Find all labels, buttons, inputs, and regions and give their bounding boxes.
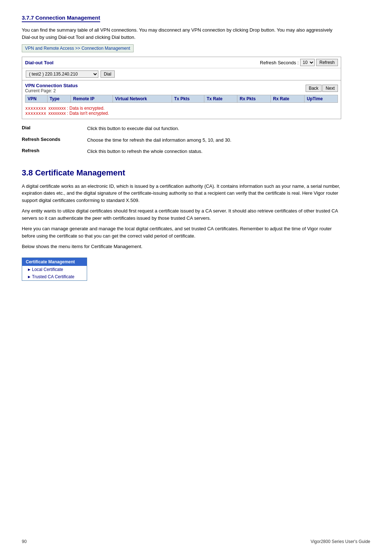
dial-button[interactable]: Dial xyxy=(101,70,115,78)
legend-not-encrypted: xxxxxxxx xxxxxxxx : Data isn't encrypted… xyxy=(25,111,338,116)
vpn-status-section: VPN Connection Status Current Page: 2 Ba… xyxy=(22,80,341,119)
def-refresh-term: Refresh xyxy=(22,148,80,153)
col-rx-pkts: Rx Pkts xyxy=(237,95,271,103)
col-virtual-network: Virtual Network xyxy=(113,95,172,103)
section-38-para-4: Below shows the menu items for Certifica… xyxy=(22,243,341,250)
vpn-status-area: VPN Connection Status Current Page: 2 xyxy=(25,83,78,93)
section-377-intro: You can find the summary table of all VP… xyxy=(22,27,341,41)
def-dial-desc: Click this button to execute dial out fu… xyxy=(87,125,341,132)
table-header-row: VPN Type Remote IP Virtual Network Tx Pk… xyxy=(25,95,338,103)
breadcrumb: VPN and Remote Access >> Connection Mana… xyxy=(22,44,134,52)
refresh-area: Refresh Seconds : 5 10 30 Refresh xyxy=(260,59,338,66)
encrypted-label: xxxxxxxx : Data is encrypted. xyxy=(48,106,105,111)
def-refresh: Refresh Click this button to refresh the… xyxy=(22,148,341,155)
def-dial: Dial Click this button to execute dial o… xyxy=(22,125,341,132)
def-refresh-seconds-term: Refresh Seconds xyxy=(22,137,80,142)
guide-title: Vigor2800 Series User's Guide xyxy=(311,539,370,544)
col-tx-rate: Tx Rate xyxy=(204,95,237,103)
section-38-para-1: A digital certificate works as an electr… xyxy=(22,183,341,204)
dial-row: ( test2 ) 220.135.240.210 Dial xyxy=(22,68,341,80)
cert-menu-item-trusted-ca[interactable]: Trusted CA Certificate xyxy=(22,273,87,280)
def-refresh-seconds-desc: Choose the time for refresh the dail inf… xyxy=(87,137,341,144)
refresh-seconds-label: Refresh Seconds : xyxy=(260,60,299,65)
legend-encrypted: xxxxxxxx xxxxxxxx : Data is encrypted. xyxy=(25,106,338,111)
back-next-group: Back Next xyxy=(306,85,338,92)
refresh-seconds-select[interactable]: 5 10 30 xyxy=(300,59,315,66)
section-38-title: 3.8 Certificate Management xyxy=(22,168,370,178)
col-tx-pkts: Tx Pkts xyxy=(172,95,204,103)
footer: 90 Vigor2800 Series User's Guide xyxy=(22,539,370,544)
encrypted-icon: xxxxxxxx xyxy=(25,106,46,111)
current-page-label: Current Page: 2 xyxy=(25,88,78,93)
col-type: Type xyxy=(47,95,71,103)
section-377-title: 3.7.7 Connection Management xyxy=(22,15,100,22)
next-button[interactable]: Next xyxy=(322,85,338,92)
vpn-status-title: VPN Connection Status xyxy=(25,83,78,88)
def-refresh-desc: Click this button to refresh the whole c… xyxy=(87,148,341,155)
cert-menu-header: Certificate Management xyxy=(22,258,87,266)
def-refresh-seconds: Refresh Seconds Choose the time for refr… xyxy=(22,137,341,144)
def-dial-term: Dial xyxy=(22,125,80,130)
col-remote-ip: Remote IP xyxy=(71,95,113,103)
cert-menu: Certificate Management Local Certificate… xyxy=(22,258,87,281)
definitions-section: Dial Click this button to execute dial o… xyxy=(22,125,341,155)
table-row: xxxxxxxx xxxxxxxx : Data is encrypted. x… xyxy=(25,103,338,119)
section-38-para-2: Any entity wants to utilize digital cert… xyxy=(22,207,341,222)
col-uptime: UpTime xyxy=(305,95,338,103)
section-38-para-3: Here you can manage generate and manage … xyxy=(22,225,341,239)
refresh-button[interactable]: Refresh xyxy=(316,59,338,66)
page-number: 90 xyxy=(22,539,26,544)
vpn-status-header: VPN Connection Status Current Page: 2 Ba… xyxy=(25,83,338,93)
not-encrypted-label: xxxxxxxx : Data isn't encrypted. xyxy=(48,111,109,116)
dialout-row: Dial-out Tool Refresh Seconds : 5 10 30 … xyxy=(22,57,341,68)
cert-menu-item-local[interactable]: Local Certificate xyxy=(22,266,87,273)
connection-management-panel: Dial-out Tool Refresh Seconds : 5 10 30 … xyxy=(22,57,341,119)
dial-dropdown[interactable]: ( test2 ) 220.135.240.210 xyxy=(26,70,98,78)
col-rx-rate: Rx Rate xyxy=(271,95,305,103)
back-button[interactable]: Back xyxy=(306,85,322,92)
col-vpn: VPN xyxy=(25,95,48,103)
not-encrypted-icon: xxxxxxxx xyxy=(25,111,46,116)
vpn-table: VPN Type Remote IP Virtual Network Tx Pk… xyxy=(25,95,338,119)
dialout-tool-label: Dial-out Tool xyxy=(25,60,83,65)
